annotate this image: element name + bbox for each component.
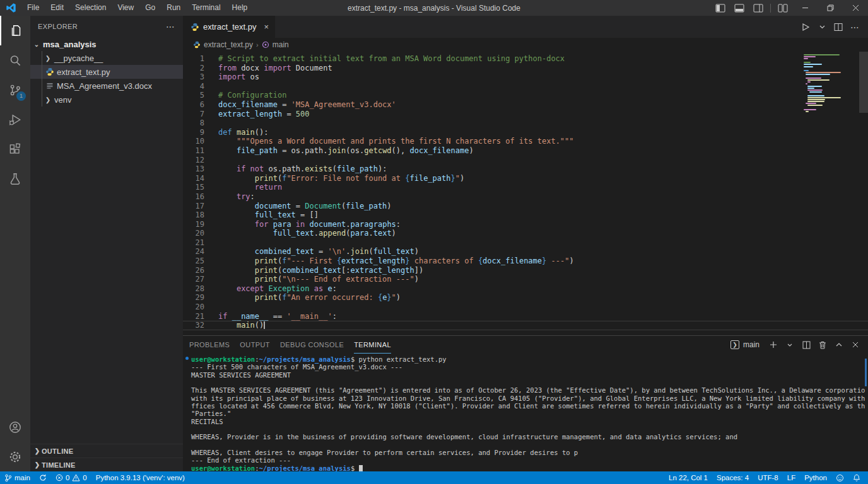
tab-close-icon[interactable]: × [264, 22, 269, 32]
menu-view[interactable]: View [112, 0, 139, 16]
code-line[interactable]: 25 print(f"--- First {extract_length} ch… [183, 256, 868, 266]
tree-item-venv[interactable]: ❯venv [30, 93, 183, 107]
breadcrumb-symbol[interactable]: main [273, 40, 289, 49]
explorer-more-actions-icon[interactable]: ⋯ [166, 21, 175, 32]
toggle-secondary-sidebar-icon[interactable] [749, 0, 768, 16]
code-line[interactable]: 8 [183, 118, 868, 128]
code-line[interactable]: 10 """Opens a Word document and prints t… [183, 137, 868, 146]
code-line[interactable]: 20 [183, 302, 868, 312]
code-line[interactable]: 29 print(f"An error occurred: {e}") [183, 293, 868, 302]
minimize-button[interactable] [792, 0, 818, 16]
toggle-panel-icon[interactable] [730, 0, 749, 16]
code-line[interactable]: 20 full_text.append(para.text) [183, 229, 868, 238]
code-line[interactable]: 13 if not os.path.exists(file_path): [183, 164, 868, 174]
breadcrumb[interactable]: extract_text.py › main [183, 38, 868, 52]
code-editor[interactable]: 1# Script to extract initial text from a… [183, 52, 868, 335]
code-line[interactable]: 5# Configuration [183, 91, 868, 100]
run-dropdown-chevron-icon[interactable] [815, 20, 829, 34]
menu-go[interactable]: Go [139, 0, 161, 16]
status-indentation[interactable]: Spaces: 4 [712, 471, 753, 484]
code-line[interactable]: 19 for para in document.paragraphs: [183, 220, 868, 229]
terminal-dropdown-chevron-icon[interactable] [783, 338, 796, 351]
settings-gear-icon[interactable] [0, 442, 30, 471]
menu-selection[interactable]: Selection [69, 0, 112, 16]
code-line[interactable]: 4 [183, 82, 868, 91]
code-line[interactable]: 21 [183, 238, 868, 248]
status-eol[interactable]: LF [783, 471, 800, 484]
code-line[interactable]: 3import os [183, 72, 868, 82]
code-line[interactable]: 15 return [183, 183, 868, 192]
code-line[interactable]: 1# Script to extract initial text from a… [183, 54, 868, 64]
customize-layout-icon[interactable] [773, 0, 792, 16]
python-interpreter-indicator[interactable]: Python 3.9.13 ('venv': venv) [91, 471, 189, 484]
close-window-button[interactable] [843, 0, 868, 16]
code-line[interactable]: 11 file_path = os.path.join(os.getcwd(),… [183, 146, 868, 156]
tree-item-extract-text-py[interactable]: extract_text.py [30, 65, 183, 79]
timeline-section[interactable]: ❯ TIMELINE [30, 458, 183, 471]
extensions-icon[interactable] [0, 134, 30, 164]
menu-run[interactable]: Run [161, 0, 186, 16]
editor-more-actions-icon[interactable]: ⋯ [848, 20, 862, 34]
split-terminal-icon[interactable] [800, 338, 812, 351]
tab-extract-text-py[interactable]: extract_text.py × [183, 16, 275, 38]
toggle-sidebar-icon[interactable] [711, 0, 730, 16]
terminal-scrollbar[interactable] [865, 359, 867, 386]
search-icon[interactable] [0, 45, 30, 75]
panel-tab-terminal[interactable]: TERMINAL [354, 336, 391, 354]
accounts-icon[interactable] [0, 412, 30, 442]
kill-terminal-trash-icon[interactable] [816, 338, 829, 351]
tree-item-msa-agreement-v3-docx[interactable]: MSA_Agreement_v3.docx [30, 79, 183, 93]
feedback-icon[interactable] [831, 471, 848, 484]
tree-item--pycache-[interactable]: ❯__pycache__ [30, 51, 183, 65]
panel-tab-output[interactable]: OUTPUT [240, 336, 270, 354]
branch-indicator[interactable]: main [0, 471, 35, 484]
breadcrumb-file[interactable]: extract_text.py [204, 40, 253, 49]
new-terminal-icon[interactable] [767, 338, 780, 351]
problems-indicator[interactable]: 0 0 [51, 471, 91, 484]
explorer-icon[interactable] [0, 16, 30, 45]
menu-terminal[interactable]: Terminal [186, 0, 226, 16]
line-number: 11 [183, 146, 204, 156]
run-and-debug-icon[interactable] [0, 105, 30, 134]
code-line[interactable]: 12 [183, 156, 868, 165]
restore-button[interactable] [818, 0, 843, 16]
menu-help[interactable]: Help [226, 0, 254, 16]
code-line[interactable]: 6docx_filename = 'MSA_Agreement_v3.docx' [183, 100, 868, 110]
code-line[interactable]: 9def main(): [183, 128, 868, 137]
code-line[interactable]: 32 main() [183, 321, 868, 330]
run-python-file-icon[interactable] [799, 20, 812, 34]
panel-tab-problems[interactable]: PROBLEMS [189, 336, 230, 354]
maximize-panel-chevron-icon[interactable] [833, 338, 845, 351]
close-panel-icon[interactable] [849, 338, 862, 351]
status-encoding[interactable]: UTF-8 [753, 471, 783, 484]
code-line[interactable]: 7extract_length = 500 [183, 110, 868, 119]
testing-icon[interactable] [0, 164, 30, 193]
terminal[interactable]: user@workstation:~/projects/msa_analysis… [183, 354, 868, 471]
code-line[interactable]: 24 combined_text = '\n'.join(full_text) [183, 247, 868, 256]
terminal-shell-label[interactable]: main [743, 340, 760, 349]
outline-section[interactable]: ❯ OUTLINE [30, 444, 183, 458]
status-cursor-position[interactable]: Ln 22, Col 1 [664, 471, 712, 484]
menu-edit[interactable]: Edit [45, 0, 69, 16]
code-line[interactable]: 14 print(f"Error: File not found at {fil… [183, 174, 868, 183]
tree-item-msa-analysis[interactable]: ⌄msa_analysis [30, 37, 183, 51]
menu-file[interactable]: File [21, 0, 45, 16]
code-line[interactable]: 17 document = Document(file_path) [183, 202, 868, 211]
notifications-bell-icon[interactable] [848, 471, 868, 484]
status-language-mode[interactable]: Python [800, 471, 831, 484]
code-line[interactable]: 18 full_text = [] [183, 210, 868, 220]
minimap[interactable] [804, 54, 858, 113]
sync-indicator[interactable] [35, 471, 51, 484]
code-line[interactable]: 21if __name__ == '__main__': [183, 312, 868, 321]
code-line[interactable]: 26 print(combined_text[:extract_length]) [183, 266, 868, 275]
source-control-icon[interactable]: 1 [0, 75, 30, 105]
code-line[interactable]: 16 try: [183, 192, 868, 202]
editor-scrollbar[interactable] [859, 52, 868, 113]
panel-tab-debug-console[interactable]: DEBUG CONSOLE [280, 336, 344, 354]
code-line[interactable]: 2from docx import Document [183, 64, 868, 73]
terminal-line: user@workstation:~/projects/msa_analysis… [191, 464, 864, 471]
split-editor-icon[interactable] [831, 20, 845, 34]
code-line[interactable]: 28 except Exception as e: [183, 284, 868, 294]
terminal-line: MASTER SERVICES AGREEMENT [191, 371, 864, 379]
code-line[interactable]: 27 print("\n--- End of extraction ---") [183, 275, 868, 284]
